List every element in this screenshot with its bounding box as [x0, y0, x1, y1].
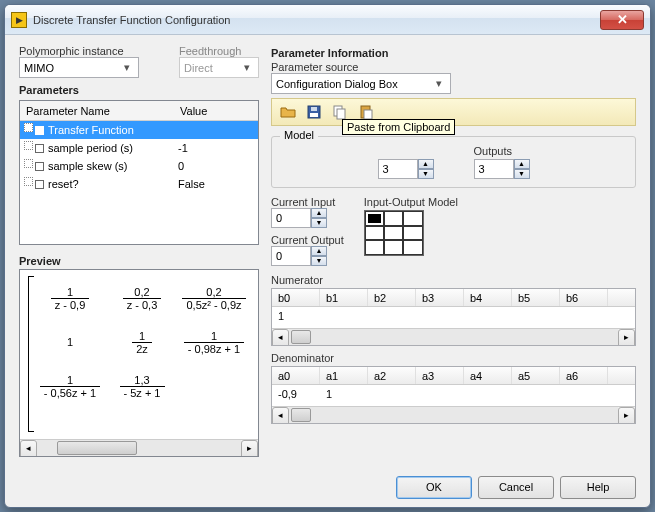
- spin-down-icon[interactable]: ▼: [514, 169, 530, 179]
- parameters-table[interactable]: Parameter Name Value Transfer Functionsa…: [19, 100, 259, 245]
- chevron-down-icon: ▾: [239, 61, 254, 74]
- preview-hscroll[interactable]: ◂ ▸: [20, 439, 258, 456]
- model-dimensions-group: Model Inputs ▲▼ Outputs ▲▼: [271, 136, 636, 188]
- io-model-label: Input-Output Model: [364, 196, 458, 208]
- svg-rect-2: [311, 107, 317, 111]
- outputs-label: Outputs: [474, 145, 530, 157]
- config-dialog: ▶ Discrete Transfer Function Configurati…: [4, 4, 651, 508]
- spin-up-icon[interactable]: ▲: [311, 246, 327, 256]
- paste-icon[interactable]: [358, 104, 374, 120]
- spin-down-icon[interactable]: ▼: [311, 218, 327, 228]
- param-row[interactable]: reset?False: [20, 175, 258, 193]
- save-icon[interactable]: [306, 104, 322, 120]
- io-cell[interactable]: [365, 240, 384, 255]
- cancel-button[interactable]: Cancel: [478, 476, 554, 499]
- preview-box: 1z - 0,90,2z - 0,30,20,5z² - 0,9z112z1- …: [19, 269, 259, 457]
- current-output-spinner[interactable]: ▲▼: [271, 246, 344, 266]
- denominator-label: Denominator: [271, 352, 636, 364]
- current-input-spinner[interactable]: ▲▼: [271, 208, 344, 228]
- toolbar: Paste from Clipboard: [271, 98, 636, 126]
- current-output-label: Current Output: [271, 234, 344, 246]
- spin-down-icon[interactable]: ▼: [418, 169, 434, 179]
- param-row[interactable]: sample skew (s)0: [20, 157, 258, 175]
- preview-title: Preview: [19, 255, 259, 267]
- paste-tooltip: Paste from Clipboard: [342, 119, 455, 135]
- spin-down-icon[interactable]: ▼: [311, 256, 327, 266]
- io-cell[interactable]: [365, 226, 384, 241]
- feedthrough-label: Feedthrough: [179, 45, 259, 57]
- param-source-label: Parameter source: [271, 61, 636, 73]
- parameters-title: Parameters: [19, 84, 259, 96]
- svg-rect-1: [310, 113, 318, 117]
- numerator-table[interactable]: b0b1b2b3b4b5b6 1 ◂▸: [271, 288, 636, 346]
- io-cell[interactable]: [403, 226, 422, 241]
- col-name: Parameter Name: [20, 105, 180, 117]
- open-icon[interactable]: [280, 104, 296, 120]
- io-cell[interactable]: [403, 240, 422, 255]
- scroll-right-icon[interactable]: ▸: [241, 440, 258, 457]
- help-button[interactable]: Help: [560, 476, 636, 499]
- inputs-spinner[interactable]: ▲▼: [378, 159, 434, 179]
- polymorphic-select[interactable]: MIMO ▾: [19, 57, 139, 78]
- param-row[interactable]: sample period (s)-1: [20, 139, 258, 157]
- outputs-input[interactable]: [474, 159, 514, 179]
- param-source-select[interactable]: Configuration Dialog Box ▾: [271, 73, 451, 94]
- svg-rect-6: [364, 110, 372, 119]
- current-input[interactable]: [271, 208, 311, 228]
- spin-up-icon[interactable]: ▲: [514, 159, 530, 169]
- close-button[interactable]: ✕: [600, 10, 644, 30]
- dialog-footer: OK Cancel Help: [5, 467, 650, 507]
- titlebar: ▶ Discrete Transfer Function Configurati…: [5, 5, 650, 35]
- chevron-down-icon: ▾: [119, 61, 134, 74]
- ok-button[interactable]: OK: [396, 476, 472, 499]
- io-cell-0-0[interactable]: [365, 211, 384, 226]
- polymorphic-label: Polymorphic instance: [19, 45, 169, 57]
- spin-up-icon[interactable]: ▲: [311, 208, 327, 218]
- current-input-label: Current Input: [271, 196, 344, 208]
- current-output[interactable]: [271, 246, 311, 266]
- io-cell[interactable]: [384, 211, 403, 226]
- scroll-left-icon[interactable]: ◂: [20, 440, 37, 457]
- col-value: Value: [180, 105, 258, 117]
- numerator-label: Numerator: [271, 274, 636, 286]
- app-icon: ▶: [11, 12, 27, 28]
- param-info-title: Parameter Information: [271, 47, 636, 59]
- feedthrough-value: Direct: [184, 62, 213, 74]
- chevron-down-icon: ▾: [431, 77, 446, 90]
- svg-rect-4: [337, 109, 345, 119]
- window-title: Discrete Transfer Function Configuration: [33, 14, 600, 26]
- io-cell[interactable]: [384, 226, 403, 241]
- feedthrough-select: Direct ▾: [179, 57, 259, 78]
- model-legend: Model: [280, 129, 318, 141]
- spin-up-icon[interactable]: ▲: [418, 159, 434, 169]
- param-row[interactable]: Transfer Function: [20, 121, 258, 139]
- copy-icon[interactable]: [332, 104, 348, 120]
- scroll-thumb[interactable]: [57, 441, 137, 455]
- denominator-table[interactable]: a0a1a2a3a4a5a6 -0,91 ◂▸: [271, 366, 636, 424]
- polymorphic-value: MIMO: [24, 62, 54, 74]
- io-cell[interactable]: [403, 211, 422, 226]
- io-model-grid[interactable]: [364, 210, 424, 256]
- outputs-spinner[interactable]: ▲▼: [474, 159, 530, 179]
- io-cell[interactable]: [384, 240, 403, 255]
- param-source-value: Configuration Dialog Box: [276, 78, 398, 90]
- inputs-input[interactable]: [378, 159, 418, 179]
